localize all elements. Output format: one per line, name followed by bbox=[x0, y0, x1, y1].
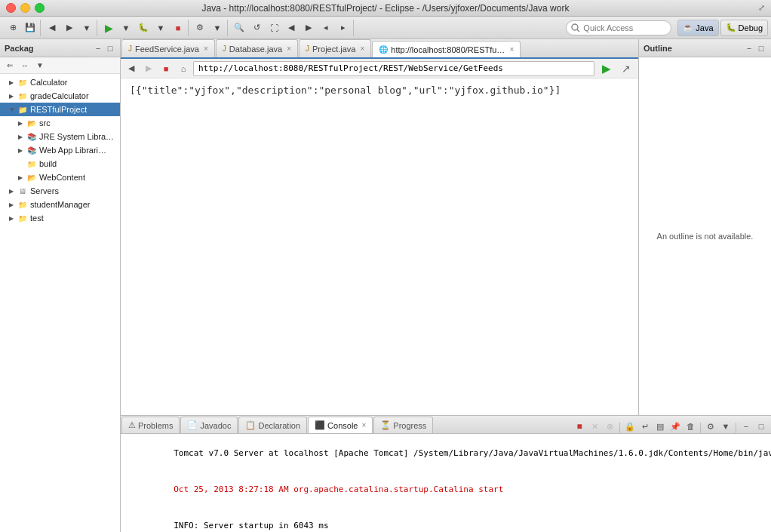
browser-open-external-button[interactable]: ↗ bbox=[617, 61, 635, 76]
tab-label-console: Console bbox=[327, 421, 358, 430]
maximize-outline-button[interactable]: □ bbox=[756, 43, 766, 54]
console-line-log2: INFO: Server startup in 6043 ms bbox=[124, 508, 768, 532]
next-edit-button[interactable]: ▶ bbox=[300, 20, 317, 36]
save-button[interactable]: 💾 bbox=[22, 20, 38, 36]
maximize-panel-button[interactable]: □ bbox=[105, 43, 115, 54]
back-button[interactable]: ◀ bbox=[44, 20, 60, 36]
toolbar-group-file: ⊕ 💾 bbox=[3, 20, 41, 36]
tab-database[interactable]: J Database.java × bbox=[216, 39, 298, 57]
project-icon-test: 📁 bbox=[17, 212, 29, 224]
declaration-icon: 📋 bbox=[245, 420, 256, 430]
debug-dropdown[interactable]: ▼ bbox=[152, 20, 169, 36]
console-settings-button[interactable]: ⚙ bbox=[704, 420, 717, 433]
maximize-button[interactable] bbox=[35, 3, 45, 13]
tab-declaration[interactable]: 📋 Declaration bbox=[238, 417, 307, 433]
tab-label-progress: Progress bbox=[393, 421, 426, 430]
tree-item-studentmanager[interactable]: ▶ 📁 studentManager bbox=[0, 198, 120, 211]
browser-forward-button[interactable]: ▶ bbox=[141, 61, 156, 76]
tree-item-build[interactable]: 📁 build bbox=[0, 157, 120, 171]
javadoc-icon: 📄 bbox=[187, 420, 198, 430]
tab-browser[interactable]: 🌐 http://localhost:8080/RESTfu… × bbox=[372, 41, 521, 59]
console-clear-button[interactable]: 🗑 bbox=[683, 420, 697, 433]
tab-javadoc[interactable]: 📄 Javadoc bbox=[180, 417, 238, 433]
resize-icon[interactable]: ⤢ bbox=[758, 3, 765, 13]
console-terminate-button[interactable]: ■ bbox=[573, 420, 586, 433]
console-pin-button[interactable]: 📌 bbox=[668, 420, 682, 433]
tab-close-project[interactable]: × bbox=[361, 45, 365, 53]
tab-console[interactable]: ⬛ Console × bbox=[308, 417, 373, 433]
bookmark-button[interactable]: ⛶ bbox=[266, 20, 282, 36]
maximize-bottom-button[interactable]: □ bbox=[754, 420, 768, 433]
debug-perspective-button[interactable]: 🐛 Debug bbox=[720, 20, 768, 36]
search-button[interactable]: 🔍 bbox=[231, 20, 247, 36]
stop-button[interactable]: ■ bbox=[170, 20, 186, 36]
tree-item-servers[interactable]: ▶ 🖥 Servers bbox=[0, 184, 120, 198]
tab-label-project: Project.java bbox=[312, 45, 355, 54]
tree-item-gradecalculator[interactable]: ▶ 📁 gradeCalculator bbox=[0, 89, 120, 103]
project-icon-studentmanager: 📁 bbox=[17, 198, 29, 211]
next-ann-button[interactable]: ▸ bbox=[335, 20, 352, 36]
debug-button[interactable]: 🐛 bbox=[135, 20, 152, 36]
pkg-menu-button[interactable]: ▼ bbox=[33, 59, 47, 72]
java-perspective-button[interactable]: ☕ Java bbox=[677, 20, 718, 36]
panel-controls: − □ bbox=[93, 43, 115, 54]
history-button[interactable]: ▼ bbox=[78, 20, 95, 36]
link-editor-button[interactable]: ↔ bbox=[18, 59, 32, 72]
build-button[interactable]: ⚙ bbox=[192, 20, 208, 36]
minimize-bottom-button[interactable]: − bbox=[739, 420, 753, 433]
console-remove-all-button[interactable]: ⊗ bbox=[603, 420, 616, 433]
prev-edit-button[interactable]: ◀ bbox=[283, 20, 299, 36]
console-tab-close[interactable]: × bbox=[361, 421, 366, 429]
build-dropdown[interactable]: ▼ bbox=[209, 20, 226, 36]
prev-ann-button[interactable]: ◂ bbox=[318, 20, 334, 36]
tab-close-feedservice[interactable]: × bbox=[204, 45, 208, 53]
minimize-panel-button[interactable]: − bbox=[93, 43, 103, 54]
tree-label-build: build bbox=[39, 159, 57, 168]
tree-item-webapp-lib[interactable]: ▶ 📚 Web App Librari… bbox=[0, 143, 120, 157]
forward-button[interactable]: ▶ bbox=[61, 20, 78, 36]
run-button[interactable]: ▶ bbox=[100, 20, 117, 36]
tree-item-webcontent[interactable]: ▶ 📂 WebContent bbox=[0, 171, 120, 184]
tab-project[interactable]: J Project.java × bbox=[299, 39, 371, 57]
tab-close-database[interactable]: × bbox=[287, 45, 291, 53]
console-content: Tomcat v7.0 Server at localhost [Apache … bbox=[121, 434, 771, 532]
browser-stop-button[interactable]: ■ bbox=[158, 61, 174, 76]
tree-item-test[interactable]: ▶ 📁 test bbox=[0, 211, 120, 225]
run-dropdown[interactable]: ▼ bbox=[118, 20, 134, 36]
browser-go-button[interactable]: ▶ bbox=[597, 61, 615, 76]
new-button[interactable]: ⊕ bbox=[5, 20, 21, 36]
tree-arrow-restfulproject: ▼ bbox=[9, 106, 17, 113]
console-scroll-lock-button[interactable]: 🔒 bbox=[623, 420, 637, 433]
browser-toolbar: ◀ ▶ ■ ⌂ ▶ ↗ bbox=[121, 59, 638, 78]
progress-icon: ⏳ bbox=[380, 420, 391, 430]
tab-problems[interactable]: ⚠ Problems bbox=[121, 417, 180, 433]
quick-access-input[interactable] bbox=[566, 20, 671, 35]
tree-item-jre[interactable]: ▶ 📚 JRE System Libra… bbox=[0, 130, 120, 143]
minimize-outline-button[interactable]: − bbox=[744, 43, 754, 54]
bottom-panel: ⚠ Problems 📄 Javadoc 📋 Declaration ⬛ Con… bbox=[121, 415, 771, 532]
minimize-button[interactable] bbox=[20, 3, 30, 13]
browser-home-button[interactable]: ⌂ bbox=[176, 61, 191, 76]
close-button[interactable] bbox=[6, 3, 16, 13]
collapse-all-button[interactable]: ⇐ bbox=[3, 59, 17, 72]
console-show-console-button[interactable]: ▤ bbox=[653, 420, 667, 433]
browser-back-button[interactable]: ◀ bbox=[124, 61, 139, 76]
console-view-menu-button[interactable]: ▼ bbox=[719, 420, 733, 433]
tab-feedservice[interactable]: J FeedService.java × bbox=[121, 39, 215, 57]
tree-item-restfulproject[interactable]: ▼ 📁 RESTfulProject bbox=[0, 103, 120, 116]
tree-item-calculator[interactable]: ▶ 📁 Calculator bbox=[0, 75, 120, 89]
tree-label-test: test bbox=[30, 214, 44, 223]
quick-access-wrapper bbox=[566, 20, 671, 35]
editor-area: J FeedService.java × J Database.java × J… bbox=[121, 39, 639, 415]
tree-item-src[interactable]: ▶ 📂 src bbox=[0, 116, 120, 130]
browser-url-input[interactable] bbox=[193, 61, 594, 76]
console-remove-button[interactable]: ✕ bbox=[588, 420, 601, 433]
refactor-button[interactable]: ↺ bbox=[248, 20, 265, 36]
tree-arrow-webapp-lib: ▶ bbox=[18, 147, 26, 154]
console-word-wrap-button[interactable]: ↵ bbox=[638, 420, 652, 433]
tree-label-calculator: Calculator bbox=[30, 78, 68, 87]
tab-progress[interactable]: ⏳ Progress bbox=[373, 417, 433, 433]
title-bar: Java - http://localhost:8080/RESTfulProj… bbox=[0, 0, 771, 17]
package-explorer-title: Packag bbox=[5, 44, 34, 53]
tab-close-browser[interactable]: × bbox=[509, 45, 514, 54]
